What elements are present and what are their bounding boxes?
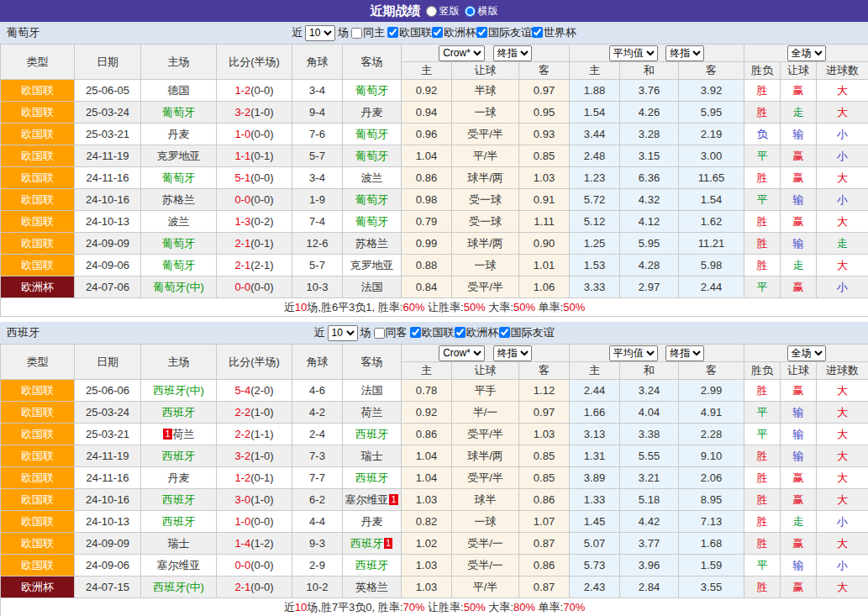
cell-result-goals: 大	[817, 211, 868, 233]
odds-stage-select-2[interactable]: 终指	[665, 345, 704, 361]
match-row: 欧国联24-10-16苏格兰0-0(0-0)1-9葡萄牙0.98受一球0.915…	[1, 189, 868, 211]
cell-crow-away-odds: 1.11	[519, 211, 570, 233]
horizontal-layout-radio[interactable]	[465, 6, 476, 17]
odds-stage-select-1[interactable]: 终指	[493, 45, 532, 61]
cell-result-handicap: 赢	[781, 145, 817, 167]
red-card-badge: 1	[384, 538, 392, 549]
col-header-score: 比分(半场)	[217, 45, 292, 80]
cell-result-goals: 走	[817, 233, 868, 255]
cell-away-team: 葡萄牙	[343, 145, 402, 167]
cell-crow-handicap: 受半/一	[452, 555, 519, 577]
competition-filter[interactable]: 世界杯	[532, 25, 576, 40]
cell-date: 25-03-24	[75, 402, 141, 424]
cell-date: 24-09-09	[75, 533, 141, 555]
col-header-home: 主场	[141, 345, 217, 380]
cell-avg-draw-odds: 5.55	[620, 445, 679, 467]
summary-text: 近10场,胜7平3负0, 胜率:70% 让胜率:50% 大率:80% 单率:70…	[1, 598, 868, 616]
cell-result-handicap: 输	[781, 233, 817, 255]
cell-result-handicap: 输	[781, 189, 817, 211]
cell-result-handicap: 赢	[781, 211, 817, 233]
filter-bar: 西班牙 近 10 场 同客 欧国联欧洲杯国际友谊	[0, 322, 868, 344]
col-header-home: 主场	[141, 45, 217, 80]
cell-home-team: 西班牙(中)	[141, 380, 217, 402]
competition-checkbox[interactable]	[432, 27, 443, 38]
cell-result-goals: 大	[817, 424, 868, 445]
cell-avg-draw-odds: 2.84	[620, 577, 679, 598]
cell-crow-handicap: 一球	[452, 102, 519, 124]
match-row: 欧国联24-11-16葡萄牙5-1(0-0)3-4波兰0.86球半/两1.031…	[1, 167, 868, 189]
cell-avg-away-odds: 4.91	[679, 402, 744, 424]
sub-header-home-odds: 主	[402, 362, 452, 380]
games-count-select[interactable]: 10	[328, 325, 358, 341]
cell-home-team: 德国	[141, 80, 217, 102]
cell-avg-draw-odds: 3.76	[620, 80, 679, 102]
match-row: 欧国联25-03-24西班牙2-2(1-0)4-2荷兰0.92半/一0.971.…	[1, 402, 868, 424]
cell-crow-home-odds: 1.02	[402, 533, 452, 555]
odds-stage-select-2[interactable]: 终指	[665, 45, 704, 61]
cell-crow-home-odds: 0.88	[402, 255, 452, 276]
competition-filter[interactable]: 国际友谊	[499, 325, 555, 340]
cell-score: 0-0(0-0)	[217, 189, 292, 211]
competition-filter[interactable]: 欧洲杯	[432, 25, 476, 40]
same-venue-filter[interactable]: 同主	[351, 25, 385, 40]
same-venue-filter[interactable]: 同客	[374, 325, 408, 340]
competition-filter[interactable]: 国际友谊	[476, 25, 532, 40]
cell-corners: 3-4	[292, 80, 343, 102]
competition-checkbox[interactable]	[476, 27, 487, 38]
same-venue-checkbox[interactable]	[351, 28, 362, 39]
scope-dropdown-group: 全场	[744, 45, 868, 62]
competition-checkbox[interactable]	[410, 327, 421, 338]
competition-checkbox[interactable]	[455, 327, 466, 338]
cell-date: 24-09-09	[75, 233, 141, 255]
competition-filter[interactable]: 欧国联	[387, 25, 432, 40]
cell-crow-home-odds: 1.04	[402, 445, 452, 467]
competition-checkbox[interactable]	[387, 27, 398, 38]
cell-score: 0-0(0-0)	[217, 276, 292, 298]
competition-checkbox[interactable]	[532, 27, 543, 38]
cell-date: 25-06-06	[75, 380, 141, 402]
layout-option-horizontal[interactable]: 横版	[465, 4, 498, 18]
cell-crow-away-odds: 0.90	[519, 233, 570, 255]
cell-result-goals: 大	[817, 467, 868, 489]
cell-avg-draw-odds: 4.42	[620, 511, 679, 533]
cell-result-goals: 大	[817, 577, 868, 598]
cell-result-wdl: 胜	[744, 489, 781, 511]
scope-select[interactable]: 全场	[787, 345, 826, 361]
cell-date: 24-10-16	[75, 489, 141, 511]
games-count-select[interactable]: 10	[305, 25, 335, 41]
cell-crow-away-odds: 1.03	[519, 167, 570, 189]
same-venue-checkbox[interactable]	[374, 328, 385, 339]
match-row: 欧国联25-06-05德国1-2(0-0)3-4葡萄牙0.92半球0.971.8…	[1, 80, 868, 102]
cell-competition: 欧洲杯	[1, 577, 75, 598]
bookmaker-select[interactable]: Crow*	[439, 345, 485, 361]
competition-filter[interactable]: 欧洲杯	[455, 325, 499, 340]
vertical-layout-radio[interactable]	[426, 6, 437, 17]
bookmaker-select[interactable]: Crow*	[439, 45, 485, 61]
cell-crow-handicap: 球半/两	[452, 445, 519, 467]
cell-result-handicap: 赢	[781, 467, 817, 489]
odds-stage-select-1[interactable]: 终指	[493, 345, 532, 361]
cell-date: 24-11-16	[75, 467, 141, 489]
cell-score: 2-2(1-0)	[217, 402, 292, 424]
average-select[interactable]: 平均值	[609, 45, 658, 61]
cell-result-goals: 大	[817, 167, 868, 189]
average-select[interactable]: 平均值	[609, 345, 658, 361]
scope-select[interactable]: 全场	[787, 45, 826, 61]
cell-home-team: 瑞士	[141, 533, 217, 555]
cell-home-team: 波兰	[141, 211, 217, 233]
competition-filter[interactable]: 欧国联	[410, 325, 455, 340]
cell-crow-away-odds: 0.87	[519, 577, 570, 598]
cell-away-team: 西班牙	[343, 555, 402, 577]
cell-competition: 欧国联	[1, 102, 75, 124]
layout-option-vertical[interactable]: 竖版	[426, 4, 460, 18]
cell-result-handicap: 输	[781, 424, 817, 445]
cell-away-team: 苏格兰	[343, 233, 402, 255]
competition-checkbox[interactable]	[499, 327, 510, 338]
cell-date: 24-10-13	[75, 211, 141, 233]
cell-result-wdl: 胜	[744, 255, 781, 276]
cell-result-handicap: 走	[781, 102, 817, 124]
cell-crow-away-odds: 0.95	[519, 102, 570, 124]
cell-result-goals: 大	[817, 80, 868, 102]
sub-header-handicap: 让球	[452, 362, 519, 380]
cell-crow-away-odds: 1.12	[519, 380, 570, 402]
